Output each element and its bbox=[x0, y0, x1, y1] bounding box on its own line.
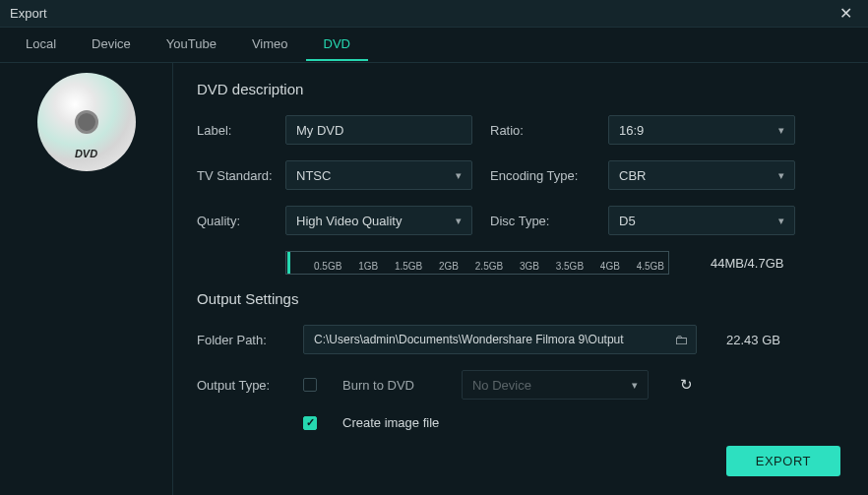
quality-value: High Video Quality bbox=[296, 214, 402, 228]
dvd-description-title: DVD description bbox=[197, 81, 840, 97]
ruler-ticks: 0.5GB 1GB 1.5GB 2GB 2.5GB 3GB 3.5GB 4GB … bbox=[286, 261, 668, 274]
refresh-icon[interactable]: ↻ bbox=[680, 376, 693, 394]
ratio-select[interactable]: 16:9 ▾ bbox=[608, 115, 795, 145]
tick: 1.5GB bbox=[395, 261, 422, 272]
close-button[interactable]: ✕ bbox=[834, 4, 858, 23]
tab-youtube[interactable]: YouTube bbox=[149, 29, 234, 61]
sidebar: DVD bbox=[0, 63, 173, 495]
size-marker bbox=[287, 252, 290, 274]
chevron-down-icon: ▾ bbox=[456, 215, 462, 227]
tab-vimeo[interactable]: Vimeo bbox=[234, 29, 306, 61]
burn-label: Burn to DVD bbox=[342, 378, 414, 393]
tab-device[interactable]: Device bbox=[74, 29, 149, 61]
enc-select[interactable]: CBR ▾ bbox=[608, 160, 795, 190]
chevron-down-icon: ▾ bbox=[778, 124, 784, 137]
folder-path-value: C:\Users\admin\Documents\Wondershare Fil… bbox=[314, 333, 666, 346]
quality-select[interactable]: High Video Quality ▾ bbox=[285, 206, 472, 235]
size-text: 44MB/4.7GB bbox=[711, 256, 783, 271]
dvd-disc-icon: DVD bbox=[37, 73, 136, 171]
footer: EXPORT bbox=[197, 446, 840, 476]
tvstd-select[interactable]: NTSC ▾ bbox=[285, 160, 472, 190]
burn-checkbox[interactable] bbox=[303, 378, 317, 392]
tick: 4GB bbox=[600, 261, 620, 272]
enc-value: CBR bbox=[619, 168, 646, 183]
label-label: Label: bbox=[197, 123, 285, 138]
tick: 3.5GB bbox=[556, 261, 584, 272]
tabs: Local Device YouTube Vimeo DVD bbox=[0, 28, 868, 63]
image-file-label: Create image file bbox=[342, 415, 439, 430]
quality-label: Quality: bbox=[197, 214, 285, 228]
dvd-disc-label: DVD bbox=[75, 148, 97, 159]
tick: 3GB bbox=[520, 261, 539, 272]
tick: 2GB bbox=[439, 261, 459, 272]
body: DVD DVD description Label: Ratio: 16:9 ▾… bbox=[0, 63, 868, 495]
folder-icon[interactable]: 🗀 bbox=[674, 332, 688, 347]
titlebar: Export ✕ bbox=[0, 0, 868, 28]
folder-path-input[interactable]: C:\Users\admin\Documents\Wondershare Fil… bbox=[303, 325, 697, 354]
image-file-checkbox[interactable]: ✓ bbox=[303, 416, 317, 430]
tvstd-value: NTSC bbox=[296, 168, 331, 183]
chevron-down-icon: ▾ bbox=[632, 379, 638, 392]
disc-value: D5 bbox=[619, 214, 636, 228]
tab-local[interactable]: Local bbox=[8, 29, 74, 61]
chevron-down-icon: ▾ bbox=[778, 215, 784, 227]
tick: 1GB bbox=[358, 261, 378, 272]
device-value: No Device bbox=[472, 378, 531, 393]
tick: 4.5GB bbox=[637, 261, 664, 272]
output-settings-title: Output Settings bbox=[197, 290, 840, 307]
ratio-label: Ratio: bbox=[490, 123, 608, 138]
window-title: Export bbox=[10, 6, 47, 21]
main-panel: DVD description Label: Ratio: 16:9 ▾ TV … bbox=[173, 63, 868, 495]
chevron-down-icon: ▾ bbox=[456, 169, 462, 182]
tvstd-label: TV Standard: bbox=[197, 168, 285, 183]
dvd-hole-icon bbox=[75, 110, 98, 134]
tick: 0.5GB bbox=[314, 261, 341, 272]
free-space-text: 22.43 GB bbox=[726, 333, 780, 347]
disc-label: Disc Type: bbox=[490, 214, 608, 228]
disc-select[interactable]: D5 ▾ bbox=[608, 206, 795, 235]
ratio-value: 16:9 bbox=[619, 123, 644, 138]
export-button[interactable]: EXPORT bbox=[726, 446, 840, 476]
label-input[interactable] bbox=[285, 115, 472, 145]
output-type-label: Output Type: bbox=[197, 378, 285, 393]
enc-label: Encoding Type: bbox=[490, 168, 608, 183]
tab-dvd[interactable]: DVD bbox=[306, 29, 368, 61]
folder-label: Folder Path: bbox=[197, 333, 285, 347]
chevron-down-icon: ▾ bbox=[778, 169, 784, 182]
device-select[interactable]: No Device ▾ bbox=[462, 370, 649, 400]
tick: 2.5GB bbox=[475, 261, 503, 272]
size-ruler[interactable]: 0.5GB 1GB 1.5GB 2GB 2.5GB 3GB 3.5GB 4GB … bbox=[285, 251, 669, 275]
